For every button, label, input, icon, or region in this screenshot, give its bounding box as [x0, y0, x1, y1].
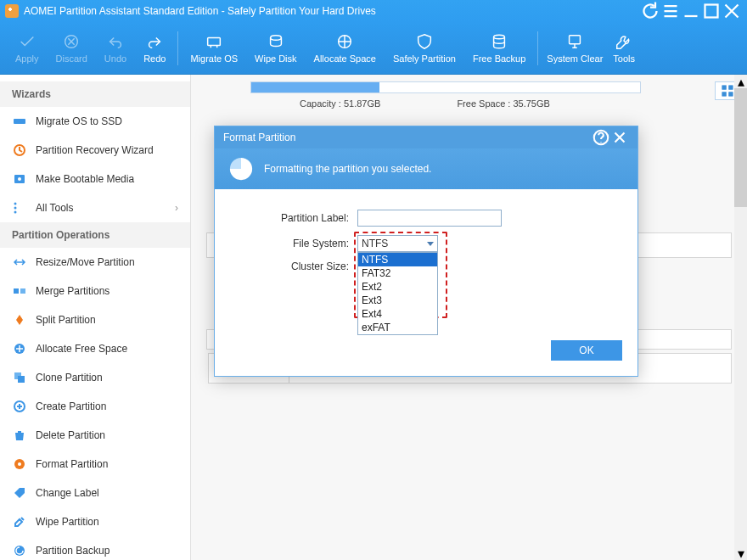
- partition-label-label: Partition Label:: [239, 212, 349, 224]
- tools-button[interactable]: Tools: [608, 22, 640, 74]
- format-icon: [12, 456, 27, 472]
- fs-option-ext3[interactable]: Ext3: [358, 294, 437, 307]
- dialog-close-button[interactable]: [610, 128, 629, 147]
- fs-option-exfat[interactable]: exFAT: [358, 321, 437, 334]
- dialog-title: Format Partition: [223, 132, 295, 143]
- sidebar-resize-move[interactable]: Resize/Move Partition: [0, 248, 190, 277]
- file-system-dropdown: NTFS FAT32 Ext2 Ext3 Ext4 exFAT: [357, 252, 438, 335]
- menu-icon[interactable]: [660, 1, 681, 21]
- svg-rect-23: [722, 86, 726, 89]
- ok-button[interactable]: OK: [551, 340, 622, 361]
- sidebar-split[interactable]: Split Partition: [0, 305, 190, 334]
- svg-rect-15: [20, 288, 25, 294]
- scroll-down-icon[interactable]: ▾: [734, 546, 747, 560]
- maximize-button[interactable]: [701, 1, 722, 21]
- dialog-help-button[interactable]: [592, 128, 610, 147]
- discard-label: Discard: [56, 53, 87, 64]
- chevron-right-icon: ›: [175, 202, 178, 214]
- svg-point-11: [14, 203, 17, 205]
- item-label: Merge Partitions: [36, 285, 110, 297]
- sidebar-merge[interactable]: Merge Partitions: [0, 277, 190, 305]
- item-label: Create Partition: [36, 400, 106, 412]
- item-label: Make Bootable Media: [36, 173, 134, 185]
- undo-label: Undo: [104, 53, 126, 64]
- sidebar-all-tools[interactable]: All Tools›: [0, 193, 190, 222]
- app-title: AOMEI Partition Assistant Standard Editi…: [24, 5, 376, 17]
- svg-point-5: [494, 35, 505, 39]
- dialog-title-bar: Format Partition: [215, 126, 637, 148]
- all-tools-icon: [12, 200, 27, 216]
- capacity-section: Capacity : 51.87GB Free Space : 35.75GB: [240, 81, 724, 109]
- bootable-icon: [12, 171, 27, 187]
- migrate-os-button[interactable]: Migrate OS: [182, 22, 246, 74]
- wipe-icon: [12, 514, 27, 529]
- sidebar: Wizards Migrate OS to SSD Partition Reco…: [0, 75, 191, 560]
- svg-rect-0: [705, 5, 718, 18]
- svg-rect-25: [722, 92, 726, 96]
- sidebar-migrate-os-ssd[interactable]: Migrate OS to SSD: [0, 107, 190, 136]
- system-clear-label: System Clear: [547, 53, 603, 64]
- item-label: All Tools: [36, 202, 73, 214]
- item-label: Allocate Free Space: [36, 343, 127, 355]
- undo-button[interactable]: Undo: [96, 22, 135, 74]
- item-label: Wipe Partition: [36, 516, 99, 528]
- partition-label-input[interactable]: [357, 210, 502, 227]
- item-label: Partition Backup: [36, 545, 110, 557]
- fs-option-ext2[interactable]: Ext2: [358, 280, 437, 294]
- apply-button[interactable]: Apply: [7, 22, 48, 74]
- safely-partition-button[interactable]: Safely Partition: [385, 22, 464, 74]
- sidebar-partition-recovery[interactable]: Partition Recovery Wizard: [0, 136, 190, 165]
- scroll-thumb[interactable]: [734, 88, 747, 207]
- sidebar-wipe[interactable]: Wipe Partition: [0, 507, 190, 536]
- scroll-up-icon[interactable]: ▴: [734, 75, 747, 88]
- free-space-label: Free Space : 35.75GB: [457, 98, 549, 109]
- pie-icon: [228, 156, 254, 182]
- sidebar-allocate-free[interactable]: Allocate Free Space: [0, 334, 190, 363]
- dialog-banner: Formatting the partition you selected.: [215, 148, 637, 189]
- backup-icon: [12, 543, 27, 558]
- item-label: Resize/Move Partition: [36, 256, 135, 268]
- svg-rect-26: [729, 92, 733, 96]
- svg-point-13: [14, 211, 17, 214]
- clone-icon: [12, 370, 27, 385]
- wizards-heading: Wizards: [0, 81, 190, 107]
- item-label: Clone Partition: [36, 372, 103, 384]
- sidebar-backup[interactable]: Partition Backup: [0, 536, 190, 560]
- content-scrollbar[interactable]: ▴ ▾: [734, 75, 747, 560]
- app-logo-icon: [5, 4, 19, 18]
- wipe-disk-button[interactable]: Wipe Disk: [246, 22, 306, 74]
- split-icon: [12, 312, 27, 328]
- close-button[interactable]: [722, 1, 742, 21]
- minimize-button[interactable]: [681, 1, 701, 21]
- file-system-select[interactable]: NTFS: [357, 235, 438, 252]
- svg-point-3: [270, 36, 281, 41]
- create-icon: [12, 399, 27, 414]
- svg-rect-7: [14, 119, 25, 124]
- main-toolbar: Apply Discard Undo Redo Migrate OS Wipe …: [0, 22, 747, 75]
- refresh-icon[interactable]: [640, 1, 660, 21]
- allocate-space-button[interactable]: Allocate Space: [306, 22, 385, 74]
- fs-option-fat32[interactable]: FAT32: [358, 266, 437, 280]
- sidebar-create[interactable]: Create Partition: [0, 392, 190, 421]
- capacity-bar: [250, 81, 641, 93]
- redo-button[interactable]: Redo: [135, 22, 174, 74]
- svg-rect-2: [208, 37, 221, 45]
- dialog-banner-text: Formatting the partition you selected.: [264, 163, 431, 175]
- system-clear-button[interactable]: System Clear: [542, 22, 608, 74]
- fs-option-ntfs[interactable]: NTFS: [358, 253, 437, 266]
- item-label: Split Partition: [36, 314, 96, 326]
- fs-option-ext4[interactable]: Ext4: [358, 307, 437, 321]
- sidebar-change-label[interactable]: Change Label: [0, 479, 190, 507]
- sidebar-delete[interactable]: Delete Partition: [0, 421, 190, 450]
- redo-label: Redo: [143, 53, 166, 64]
- title-bar: AOMEI Partition Assistant Standard Editi…: [0, 0, 747, 22]
- resize-icon: [12, 255, 27, 270]
- sidebar-format[interactable]: Format Partition: [0, 450, 190, 479]
- svg-rect-18: [18, 376, 25, 383]
- discard-button[interactable]: Discard: [48, 22, 96, 74]
- sidebar-clone[interactable]: Clone Partition: [0, 363, 190, 392]
- sidebar-make-bootable[interactable]: Make Bootable Media: [0, 165, 190, 193]
- cluster-size-label: Cluster Size:: [239, 260, 349, 272]
- item-label: Delete Partition: [36, 429, 105, 441]
- free-backup-button[interactable]: Free Backup: [464, 22, 534, 74]
